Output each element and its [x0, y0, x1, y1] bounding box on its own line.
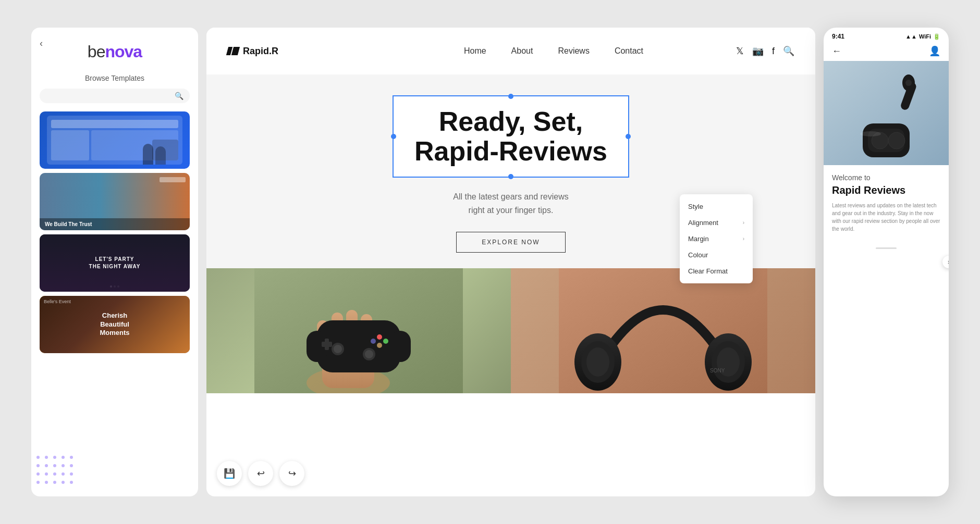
- explore-button[interactable]: EXPLORE NOW: [456, 232, 565, 253]
- hero-text-box[interactable]: Ready, Set, Rapid-Reviews: [393, 95, 629, 178]
- site-nav: Rapid.R Home About Reviews Contact 𝕏 📷 f…: [206, 28, 815, 74]
- template-label: LET'S PARTYTHE NIGHT AWAY: [89, 256, 141, 270]
- nav-link-home[interactable]: Home: [464, 46, 486, 56]
- canvas-area: Rapid.R Home About Reviews Contact 𝕏 📷 f…: [206, 28, 815, 496]
- svg-point-16: [377, 343, 382, 348]
- template-item[interactable]: We Build The Trust: [40, 173, 190, 230]
- mobile-user-icon[interactable]: 👤: [929, 45, 940, 57]
- context-menu-style[interactable]: Style: [680, 198, 753, 215]
- nav-link-contact[interactable]: Contact: [615, 46, 643, 56]
- hero-section: Ready, Set, Rapid-Reviews Style Alignmen…: [206, 74, 815, 268]
- logo-icon: [227, 47, 239, 55]
- website-preview: Rapid.R Home About Reviews Contact 𝕏 📷 f…: [206, 28, 815, 496]
- resize-handle-right[interactable]: [626, 134, 631, 139]
- wifi-icon: WiFi: [919, 33, 931, 40]
- site-logo: Rapid.R: [227, 46, 278, 57]
- mobile-preview: 9:41 ▲▲ WiFi 🔋 ← 👤: [824, 28, 949, 496]
- dot-grid-decoration: [36, 456, 75, 486]
- facebook-icon[interactable]: f: [772, 46, 775, 57]
- svg-rect-12: [322, 342, 332, 347]
- svg-point-13: [377, 334, 382, 340]
- resize-handle-bottom[interactable]: [508, 174, 513, 179]
- resize-handle-left[interactable]: [391, 134, 396, 139]
- svg-point-36: [905, 80, 912, 86]
- hero-images: SONY: [206, 268, 815, 393]
- redo-button[interactable]: ↪: [279, 461, 304, 486]
- template-label: We Build The Trust: [45, 221, 185, 227]
- controller-svg: [206, 268, 511, 393]
- mobile-nav: ← 👤: [824, 43, 949, 61]
- twitter-icon[interactable]: 𝕏: [736, 45, 744, 57]
- template-overlay: We Build The Trust: [40, 218, 190, 230]
- resize-handle-top[interactable]: [508, 94, 513, 99]
- controller-image: [206, 268, 511, 393]
- earbuds-svg: [824, 61, 949, 165]
- template-list: We Build The Trust LET'S PARTYTHE NIGHT …: [40, 111, 190, 353]
- svg-point-18: [334, 345, 342, 353]
- mobile-status-icons: ▲▲ WiFi 🔋: [905, 33, 940, 40]
- mobile-status-bar: 9:41 ▲▲ WiFi 🔋: [824, 28, 949, 43]
- hero-title-line2: Rapid-Reviews: [414, 136, 607, 166]
- svg-point-33: [888, 132, 905, 149]
- context-menu-clear-format[interactable]: Clear Format: [680, 263, 753, 279]
- mobile-product-image: [824, 61, 949, 165]
- action-buttons: 💾 ↩ ↪: [217, 461, 304, 486]
- hero-title-line1: Ready, Set,: [439, 106, 583, 136]
- search-box[interactable]: 🔍: [40, 89, 190, 103]
- context-menu-alignment[interactable]: Alignment ›: [680, 215, 753, 231]
- context-menu-margin[interactable]: Margin ›: [680, 231, 753, 247]
- svg-point-24: [586, 347, 609, 377]
- nav-link-reviews[interactable]: Reviews: [558, 46, 589, 56]
- hero-subtitle: All the latest gears and reviews right a…: [453, 190, 568, 217]
- arrow-icon: ›: [743, 220, 744, 226]
- save-button[interactable]: 💾: [217, 461, 242, 486]
- template-item[interactable]: Belle's Event CherishBeautifulMoments: [40, 296, 190, 353]
- headphone-svg: SONY: [511, 268, 815, 393]
- undo-button[interactable]: ↩: [248, 461, 273, 486]
- site-logo-text: Rapid.R: [243, 46, 278, 57]
- back-button[interactable]: ‹: [40, 38, 43, 49]
- mobile-description: Latest reviews and updates on the latest…: [832, 202, 940, 233]
- search-input[interactable]: [46, 92, 175, 100]
- template-bar: [160, 177, 186, 182]
- mobile-scroll-indicator: [876, 247, 897, 249]
- hero-title[interactable]: Ready, Set, Rapid-Reviews: [414, 107, 607, 166]
- nav-link-about[interactable]: About: [511, 46, 533, 56]
- mobile-next-arrow[interactable]: ›: [942, 256, 949, 268]
- site-nav-icons: 𝕏 📷 f 🔍: [736, 45, 794, 57]
- mobile-title: Rapid Reviews: [832, 184, 940, 196]
- mobile-content: Welcome to Rapid Reviews Latest reviews …: [824, 165, 949, 241]
- sidebar: ‹ benova Browse Templates 🔍: [31, 28, 198, 496]
- battery-icon: 🔋: [933, 33, 940, 40]
- context-menu-colour[interactable]: Colour: [680, 247, 753, 263]
- logo-text: benova: [88, 42, 142, 61]
- sidebar-section-title: Browse Templates: [40, 74, 190, 82]
- template-label: CherishBeautifulMoments: [100, 311, 129, 338]
- svg-rect-10: [390, 331, 411, 362]
- instagram-icon[interactable]: 📷: [752, 45, 764, 57]
- template-item[interactable]: [40, 111, 190, 169]
- arrow-icon: ›: [743, 236, 744, 242]
- app-logo: benova: [40, 42, 190, 61]
- signal-icon: ▲▲: [905, 33, 917, 40]
- svg-text:SONY: SONY: [710, 368, 725, 373]
- hero-subtitle-line2: right at your finger tips.: [469, 206, 554, 215]
- mobile-back-icon[interactable]: ←: [832, 46, 841, 57]
- search-icon[interactable]: 🔍: [783, 45, 794, 57]
- svg-point-37: [860, 131, 881, 136]
- hero-subtitle-line1: All the latest gears and reviews: [453, 192, 568, 201]
- search-icon: 🔍: [175, 92, 183, 100]
- mobile-welcome-text: Welcome to: [832, 173, 940, 182]
- svg-point-20: [365, 350, 373, 358]
- headphone-image: SONY: [511, 268, 815, 393]
- mobile-time: 9:41: [832, 33, 844, 40]
- template-event-label: Belle's Event: [44, 299, 71, 304]
- site-nav-links: Home About Reviews Contact: [464, 46, 643, 56]
- template-item[interactable]: LET'S PARTYTHE NIGHT AWAY: [40, 234, 190, 292]
- svg-point-14: [383, 339, 388, 344]
- template-people: [143, 139, 174, 165]
- context-menu: Style Alignment › Margin › Colour Clear: [680, 194, 753, 283]
- svg-point-15: [371, 339, 376, 344]
